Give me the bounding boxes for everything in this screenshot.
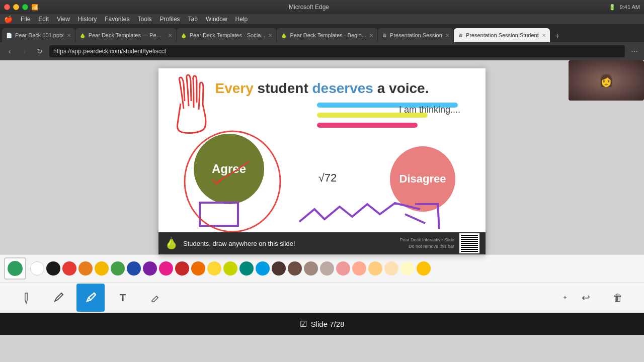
tab-4[interactable]: 🍐 Pear Deck Templates - Begin... ✕ bbox=[277, 28, 377, 42]
browser-tabs: 📄 Pear Deck 101.pptx ✕ 🍐 Pear Deck Templ… bbox=[0, 24, 644, 42]
tab-5-favicon: 🖥 bbox=[382, 33, 387, 38]
clock-icon: 9:41 AM bbox=[620, 4, 640, 11]
menu-favorites[interactable]: Favorites bbox=[105, 16, 129, 23]
menu-profiles[interactable]: Profiles bbox=[160, 16, 180, 23]
forward-button[interactable]: › bbox=[19, 47, 30, 55]
menu-view[interactable]: View bbox=[57, 16, 70, 23]
tab-2-label: Pear Deck Templates — Pear... bbox=[89, 32, 165, 38]
color-gold[interactable] bbox=[417, 261, 431, 276]
tab-5-close[interactable]: ✕ bbox=[445, 33, 449, 38]
color-orange[interactable] bbox=[78, 261, 93, 276]
svg-line-1 bbox=[89, 298, 91, 300]
url-bar[interactable]: https://app.peardeck.com/student/tyefisc… bbox=[49, 45, 625, 57]
minimize-button[interactable] bbox=[13, 4, 19, 10]
tab-4-favicon: 🍐 bbox=[281, 33, 287, 38]
color-peach[interactable] bbox=[352, 261, 366, 276]
selected-color-box bbox=[4, 257, 26, 280]
marker-tool[interactable] bbox=[76, 284, 105, 312]
menu-tab[interactable]: Tab bbox=[188, 16, 198, 23]
camera-overlay: 👩 bbox=[569, 60, 644, 101]
maximize-button[interactable] bbox=[22, 4, 28, 10]
color-light-orange[interactable] bbox=[368, 261, 382, 276]
color-teal[interactable] bbox=[239, 261, 254, 276]
delete-button[interactable]: 🗑 bbox=[604, 284, 632, 312]
slide-number: Slide 7/28 bbox=[311, 320, 345, 328]
camera-feed: 👩 bbox=[569, 60, 644, 101]
menu-history[interactable]: History bbox=[78, 16, 97, 23]
color-wheat[interactable] bbox=[384, 261, 398, 276]
word-every: Every bbox=[215, 80, 254, 96]
status-bar: ☑ Slide 7/28 bbox=[0, 313, 644, 335]
slider-3[interactable] bbox=[317, 123, 418, 128]
tab-1-favicon: 📄 bbox=[6, 33, 12, 38]
color-red[interactable] bbox=[62, 261, 76, 276]
tab-6-label: Presentation Session Student bbox=[466, 32, 539, 38]
text-tool[interactable]: T bbox=[109, 284, 137, 312]
tab-3-close[interactable]: ✕ bbox=[268, 33, 272, 38]
color-black[interactable] bbox=[46, 261, 60, 276]
thin-pencil-tool[interactable] bbox=[6, 278, 46, 317]
word-student: student bbox=[254, 80, 312, 96]
slide-container[interactable]: Every student deserves a voice. I am thi… bbox=[158, 68, 486, 254]
menu-help[interactable]: Help bbox=[235, 16, 248, 23]
refresh-button[interactable]: ↻ bbox=[34, 47, 45, 55]
cursor-position: ✦ bbox=[562, 294, 568, 301]
color-lime[interactable] bbox=[223, 261, 237, 276]
word-deserves: deserves bbox=[312, 80, 373, 96]
tab-3[interactable]: 🍐 Pear Deck Templates - Socia... ✕ bbox=[177, 28, 277, 42]
disagree-button[interactable]: Disagree bbox=[390, 146, 455, 212]
menu-edit[interactable]: Edit bbox=[38, 16, 49, 23]
color-cyan[interactable] bbox=[256, 261, 270, 276]
color-cream[interactable] bbox=[400, 261, 415, 276]
eraser-tool[interactable] bbox=[141, 284, 169, 312]
color-yellow-orange[interactable] bbox=[95, 261, 109, 276]
tab-4-label: Pear Deck Templates - Begin... bbox=[290, 32, 366, 38]
tab-6[interactable]: 🖥 Presentation Session Student ✕ bbox=[454, 28, 550, 42]
color-crimson[interactable] bbox=[175, 261, 189, 276]
extensions-icon[interactable]: ⋯ bbox=[629, 47, 640, 55]
tab-3-favicon: 🍐 bbox=[181, 33, 187, 38]
tab-4-close[interactable]: ✕ bbox=[369, 33, 373, 38]
apple-icon[interactable]: 🍎 bbox=[4, 15, 13, 23]
titlebar-title: Microsoft Edge bbox=[41, 4, 577, 11]
battery-icon: 🔋 bbox=[609, 4, 616, 11]
color-white[interactable] bbox=[30, 261, 44, 276]
color-navy[interactable] bbox=[127, 261, 141, 276]
pear-deck-icon: 🍐 bbox=[165, 237, 178, 250]
tab-2-favicon: 🍐 bbox=[79, 33, 86, 38]
tab-2-close[interactable]: ✕ bbox=[168, 33, 172, 38]
tab-1-close[interactable]: ✕ bbox=[67, 33, 71, 38]
color-tan[interactable] bbox=[304, 261, 318, 276]
tab-5[interactable]: 🖥 Presentation Session ✕ bbox=[378, 28, 453, 42]
close-button[interactable] bbox=[4, 4, 10, 10]
new-tab-button[interactable]: + bbox=[550, 30, 565, 42]
color-pink[interactable] bbox=[159, 261, 173, 276]
tab-1[interactable]: 📄 Pear Deck 101.pptx ✕ bbox=[2, 28, 75, 42]
color-brown[interactable] bbox=[288, 261, 302, 276]
agree-button[interactable]: Agree bbox=[194, 134, 264, 204]
menu-tools[interactable]: Tools bbox=[138, 16, 152, 23]
menu-file[interactable]: File bbox=[21, 16, 30, 23]
tab-6-close[interactable]: ✕ bbox=[542, 33, 546, 38]
tab-2[interactable]: 🍐 Pear Deck Templates — Pear... ✕ bbox=[75, 28, 176, 42]
back-button[interactable]: ‹ bbox=[4, 47, 15, 55]
menu-window[interactable]: Window bbox=[206, 16, 227, 23]
pear-deck-label: Pear Deck Interactive Slide Do not remov… bbox=[399, 237, 454, 249]
color-orange2[interactable] bbox=[191, 261, 205, 276]
macos-titlebar: 📶 Microsoft Edge 🔋 9:41 AM bbox=[0, 0, 644, 14]
purple-rect-drawing bbox=[199, 202, 239, 227]
undo-button[interactable]: ↩ bbox=[572, 284, 600, 312]
color-green[interactable] bbox=[111, 261, 125, 276]
color-beige[interactable] bbox=[320, 261, 334, 276]
selected-color-dot bbox=[8, 261, 23, 276]
check-icon: ☑ bbox=[300, 319, 307, 329]
color-yellow[interactable] bbox=[207, 261, 221, 276]
main-content: 👩 Every student deserves a voice. I am t… bbox=[0, 60, 644, 362]
color-salmon[interactable] bbox=[336, 261, 350, 276]
thinking-text: I am thinking.... bbox=[399, 105, 460, 115]
math-formula: √72 bbox=[318, 171, 337, 185]
color-purple[interactable] bbox=[143, 261, 157, 276]
tab-5-label: Presentation Session bbox=[390, 32, 442, 38]
pencil-tool[interactable] bbox=[44, 284, 72, 312]
color-brown-dark[interactable] bbox=[272, 261, 286, 276]
